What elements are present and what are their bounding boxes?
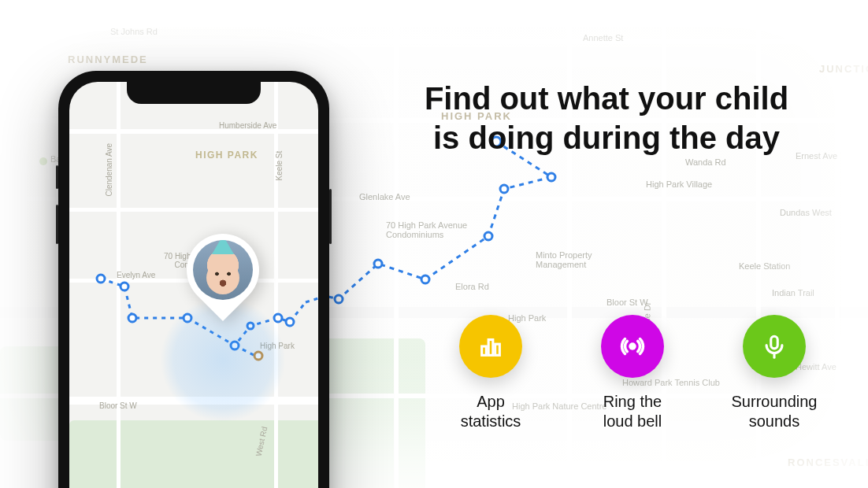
phone-notch <box>127 82 261 104</box>
phone-map-label: Clendenan Ave <box>105 143 113 197</box>
svg-rect-16 <box>482 346 487 355</box>
svg-point-8 <box>121 283 128 290</box>
feature-surrounding-sounds[interactable]: Surrounding sounds <box>723 315 825 431</box>
phone-map-label: Evelyn Ave <box>117 271 155 279</box>
phone-mockup: HIGH PARK Humberside Ave 70 High Park Av… <box>58 71 329 488</box>
map-label: 70 High Park Avenue Condominiums <box>386 220 467 239</box>
mic-icon <box>743 315 806 378</box>
feature-row: App statistics Ring the loud bell <box>440 315 825 431</box>
svg-rect-18 <box>495 344 500 355</box>
map-label: Bloor St W <box>606 298 648 307</box>
phone-map-label: HIGH PARK <box>195 150 258 161</box>
svg-point-9 <box>128 314 136 322</box>
feature-label: Surrounding <box>732 392 818 412</box>
map-label: RUNNYMEDE <box>68 54 148 65</box>
headline-line1: Find out what your child <box>370 79 843 118</box>
bar-chart-icon <box>459 315 522 378</box>
map-label: Indian Trail <box>772 288 814 298</box>
phone-map-label: Keele St <box>275 151 284 181</box>
map-label: Keele Station <box>739 261 790 271</box>
map-label: Dundas West <box>780 208 832 217</box>
svg-point-14 <box>286 318 294 326</box>
headline-line2: is doing during the day <box>370 118 843 157</box>
map-label: JUNCTION TRIANGLE <box>819 63 868 75</box>
map-label: Wanda Rd <box>685 157 726 167</box>
phone-map: HIGH PARK Humberside Ave 70 High Park Av… <box>69 82 318 488</box>
feature-ring-bell[interactable]: Ring the loud bell <box>581 315 684 431</box>
phone-map-label: Humberside Ave <box>219 121 276 130</box>
feature-label: App <box>461 392 521 412</box>
map-label: High Park Village <box>646 179 712 189</box>
feature-label: loud bell <box>603 412 662 431</box>
map-label: St Johns Rd <box>110 27 158 36</box>
map-label: Elora Rd <box>455 282 489 291</box>
svg-point-0 <box>335 295 343 303</box>
svg-point-5 <box>547 173 555 181</box>
child-location-pin[interactable] <box>187 234 259 306</box>
svg-point-4 <box>500 185 508 193</box>
headline: Find out what your child is doing during… <box>370 79 843 157</box>
map-label: RONCESVALLES <box>788 457 868 468</box>
child-avatar <box>193 240 253 300</box>
bell-ring-icon <box>601 315 664 378</box>
feature-label: sounds <box>732 412 818 431</box>
svg-point-19 <box>629 342 636 350</box>
feature-app-statistics[interactable]: App statistics <box>440 315 542 431</box>
svg-point-2 <box>421 275 429 283</box>
svg-rect-20 <box>771 336 778 349</box>
map-label: Minto Property Management <box>536 250 592 269</box>
phone-map-label: Bloor St W <box>99 401 137 410</box>
feature-label: statistics <box>461 412 521 431</box>
svg-rect-17 <box>488 340 493 356</box>
map-label: Annette St <box>583 33 623 43</box>
map-label: Glenlake Ave <box>359 192 410 201</box>
svg-point-3 <box>484 232 492 240</box>
svg-point-1 <box>374 260 382 268</box>
feature-label: Ring the <box>603 392 662 412</box>
